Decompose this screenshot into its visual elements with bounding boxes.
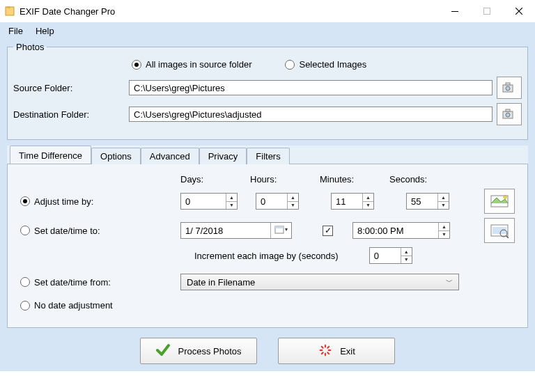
radio-all-images-label: All images in source folder [146,59,251,70]
radio-set-from-label: Set date/time from: [34,277,111,288]
photos-legend: Photos [13,42,47,52]
exit-icon [318,343,333,360]
svg-point-18 [328,349,332,350]
destination-folder-label: Destination Folder: [13,109,125,120]
up-arrow-icon[interactable]: ▲ [226,194,237,202]
window-title: EXIF Date Changer Pro [20,6,115,17]
date-value: 1/ 7/2018 [181,226,270,236]
radio-selected-images[interactable]: Selected Images [285,59,366,70]
header-minutes: Minutes: [320,174,389,185]
radio-adjust-label: Adjust time by: [34,196,93,207]
svg-rect-13 [275,226,284,228]
svg-point-23 [320,345,324,349]
checkmark-icon [155,343,171,360]
up-arrow-icon[interactable]: ▲ [401,248,412,256]
svg-point-11 [504,196,506,198]
minutes-value: 11 [332,196,362,207]
down-arrow-icon[interactable]: ▼ [401,256,412,264]
chevron-down-icon: ﹀ [446,277,453,287]
seconds-stepper[interactable]: 55 ▲▼ [406,193,449,210]
header-days: Days: [180,174,250,185]
svg-point-19 [327,351,330,354]
svg-point-22 [320,349,323,350]
exit-label: Exit [340,346,355,356]
svg-point-25 [327,345,330,349]
time-enabled-checkbox[interactable] [323,226,333,236]
up-arrow-icon[interactable]: ▲ [363,194,373,202]
radio-all-images[interactable]: All images in source folder [132,59,251,70]
svg-point-8 [506,113,510,117]
menu-file[interactable]: File [8,26,23,36]
down-arrow-icon[interactable]: ▼ [288,202,298,210]
time-value: 8:00:00 PM [353,226,438,236]
photos-group: Photos All images in source folder Selec… [7,42,528,140]
header-seconds: Seconds: [389,174,459,185]
radio-no-adjustment[interactable]: No date adjustment [20,300,113,311]
svg-point-20 [325,352,326,356]
radio-set-to-label: Set date/time to: [34,226,100,236]
process-photos-button[interactable]: Process Photos [140,338,257,364]
up-arrow-icon[interactable]: ▲ [439,223,449,231]
up-arrow-icon[interactable]: ▲ [438,194,449,202]
svg-rect-9 [506,109,510,111]
tab-options[interactable]: Options [91,148,141,164]
svg-point-5 [506,86,510,91]
browse-source-button[interactable] [497,77,522,99]
increment-label: Increment each image by (seconds) [194,251,339,261]
days-stepper[interactable]: 0 ▲▼ [180,193,238,210]
exit-button[interactable]: Exit [278,338,395,364]
close-button[interactable] [503,0,535,22]
increment-value: 0 [370,251,401,261]
source-folder-input[interactable] [129,80,493,95]
minimize-button[interactable] [439,0,471,22]
radio-set-datetime-from[interactable]: Set date/time from: [20,277,175,288]
radio-adjust-time-by[interactable]: Adjust time by: [20,196,175,207]
hours-value: 0 [256,196,287,207]
svg-point-21 [320,351,324,354]
radio-set-datetime-to[interactable]: Set date/time to: [20,226,175,236]
svg-rect-6 [506,83,510,85]
time-picker[interactable]: 8:00:00 PM ▲▼ [352,222,450,239]
days-value: 0 [181,196,226,207]
seconds-value: 55 [407,196,437,207]
svg-rect-3 [484,8,490,15]
app-icon [4,6,15,17]
svg-rect-15 [493,227,506,234]
svg-point-24 [325,344,326,347]
svg-line-17 [506,236,509,238]
minutes-stepper[interactable]: 11 ▲▼ [331,193,374,210]
process-photos-label: Process Photos [178,346,241,356]
down-arrow-icon[interactable]: ▼ [438,202,449,210]
increment-stepper[interactable]: 0 ▲▼ [369,247,412,264]
down-arrow-icon[interactable]: ▼ [363,202,373,210]
menu-help[interactable]: Help [36,26,54,36]
tab-privacy[interactable]: Privacy [199,148,247,164]
tab-advanced[interactable]: Advanced [141,148,199,164]
tab-filters[interactable]: Filters [247,148,289,164]
menubar: File Help [0,22,535,39]
date-picker[interactable]: 1/ 7/2018 [180,222,292,239]
source-folder-label: Source Folder: [13,83,125,93]
tabpage-time-difference: Days: Hours: Minutes: Seconds: Adjust ti… [7,164,528,328]
header-hours: Hours: [250,174,320,185]
tabstrip: Time Difference Options Advanced Privacy… [7,146,528,164]
compare-set-button[interactable] [484,218,515,243]
browse-destination-button[interactable] [497,103,522,125]
maximize-button[interactable] [471,0,503,22]
tab-time-difference[interactable]: Time Difference [10,146,91,164]
radio-none-label: No date adjustment [34,300,113,311]
up-arrow-icon[interactable]: ▲ [288,194,298,202]
set-from-value: Date in Filename [187,277,255,288]
svg-rect-2 [451,11,458,12]
down-arrow-icon[interactable]: ▼ [226,202,237,210]
compare-adjust-button[interactable] [484,189,515,214]
down-arrow-icon[interactable]: ▼ [439,231,449,239]
set-from-combo[interactable]: Date in Filename ﹀ [180,274,459,290]
calendar-dropdown-icon[interactable] [270,223,291,238]
svg-rect-1 [7,6,10,8]
titlebar: EXIF Date Changer Pro [0,0,535,22]
hours-stepper[interactable]: 0 ▲▼ [256,193,299,210]
radio-selected-images-label: Selected Images [299,59,366,70]
destination-folder-input[interactable] [129,107,493,122]
